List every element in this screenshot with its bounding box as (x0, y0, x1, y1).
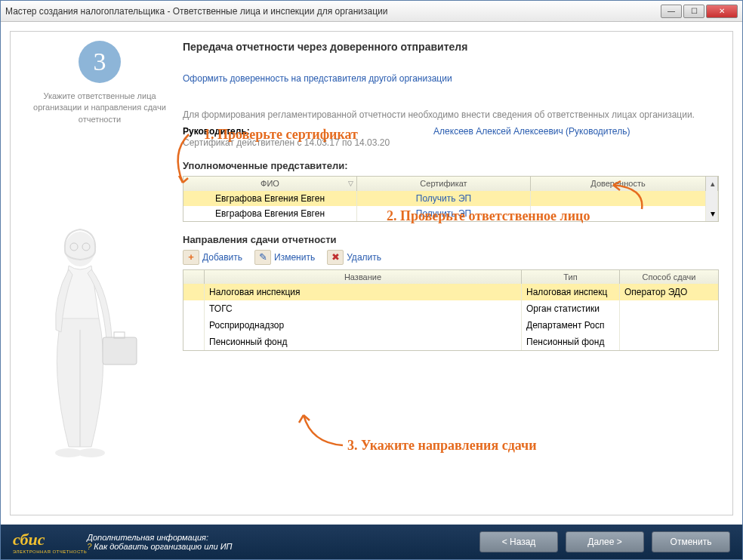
dir-col-name[interactable]: Название (205, 270, 522, 284)
minimize-button[interactable]: — (661, 5, 682, 18)
delete-icon: ✖ (327, 250, 344, 265)
assistant-illustration (27, 220, 148, 462)
reps-cell-proxy (531, 191, 706, 206)
page-title: Передача отчетности через доверенного от… (183, 41, 719, 53)
info-text: Для формирования регламентированной отче… (183, 109, 719, 122)
proxy-link[interactable]: Оформить доверенность на представителя д… (183, 73, 452, 84)
annotation-arrow-3 (296, 409, 349, 451)
scrollbar-up[interactable]: ▴ (706, 177, 718, 191)
scrollbar-down[interactable]: ▾ (706, 206, 718, 221)
reps-col-proxy[interactable]: Доверенность (531, 177, 706, 191)
step-number-badge: 3 (79, 41, 121, 83)
logo: сбис ЭЛЕКТРОННАЯ ОТЧЕТНОСТЬ (13, 530, 87, 554)
annotation-1: 1. Проверьте сертификат (204, 127, 358, 143)
dir-row[interactable]: Налоговая инспекцияНалоговая инспекцОпер… (183, 284, 718, 300)
window-titlebar: Мастер создания налогоплательщика - Отве… (1, 1, 742, 22)
svg-point-6 (78, 448, 105, 457)
director-link[interactable]: Алексеев Алексей Алексеевич (Руководител… (433, 126, 630, 137)
wizard-footer: сбис ЭЛЕКТРОННАЯ ОТЧЕТНОСТЬ Дополнительн… (1, 525, 742, 559)
reps-col-fio[interactable]: ФИО▽ (183, 177, 357, 191)
reps-title: Уполномоченные представители: (183, 160, 719, 171)
logo-subtitle: ЭЛЕКТРОННАЯ ОТЧЕТНОСТЬ (13, 549, 87, 554)
dir-row[interactable]: Пенсионный фондПенсионный фонд (183, 334, 718, 350)
dir-row[interactable]: ТОГСОрган статистики (183, 300, 718, 317)
footer-info-title: Дополнительная информация: (87, 533, 472, 542)
logo-text: сбис (13, 530, 45, 549)
edit-icon: ✎ (254, 250, 271, 265)
cancel-button[interactable]: Отменить (652, 531, 730, 552)
footer-help-link[interactable]: Как добавить организацию или ИП (94, 542, 232, 551)
annotation-3: 3. Укажите направления сдачи (347, 438, 537, 454)
maximize-button[interactable]: ☐ (683, 5, 704, 18)
directions-title: Направления сдачи отчетности (183, 234, 719, 245)
directions-head: Название Тип Способ сдачи (183, 270, 718, 284)
window-title: Мастер создания налогоплательщика - Отве… (5, 6, 661, 17)
step-description: Укажите ответственные лица организации и… (24, 91, 175, 125)
wizard-sidebar: 3 Укажите ответственные лица организации… (24, 41, 175, 125)
annotation-2: 2. Проверьте ответственное лицо (387, 208, 590, 224)
dir-col-type[interactable]: Тип (522, 270, 620, 284)
reps-table-head: ФИО▽ Сертификат Доверенность ▴ (183, 177, 718, 191)
reps-row[interactable]: Евграфова Евгения Евген Получить ЭП (183, 191, 718, 206)
edit-button[interactable]: ✎Изменить (254, 250, 315, 265)
next-button[interactable]: Далее > (566, 531, 644, 552)
get-cert-link[interactable]: Получить ЭП (416, 193, 471, 204)
add-icon: + (183, 250, 199, 265)
directions-toolbar: +Добавить ✎Изменить ✖Удалить (183, 250, 719, 265)
delete-button[interactable]: ✖Удалить (327, 250, 381, 265)
wizard-content: 3 Укажите ответственные лица организации… (10, 31, 733, 515)
back-button[interactable]: < Назад (479, 531, 558, 552)
edit-label: Изменить (274, 252, 315, 263)
question-icon: ? (87, 542, 91, 551)
svg-point-0 (65, 232, 95, 266)
svg-rect-3 (103, 337, 137, 365)
reps-col-cert[interactable]: Сертификат (357, 177, 531, 191)
reps-cell-fio: Евграфова Евгения Евген (183, 191, 357, 206)
footer-info: Дополнительная информация: ?Как добавить… (87, 533, 472, 551)
dir-col-method[interactable]: Способ сдачи (620, 270, 718, 284)
add-label: Добавить (202, 252, 242, 263)
add-button[interactable]: +Добавить (183, 250, 242, 265)
close-button[interactable]: ✕ (706, 5, 738, 18)
reps-cell-fio: Евграфова Евгения Евген (183, 206, 357, 221)
directions-table: Название Тип Способ сдачи Налоговая инсп… (183, 269, 719, 351)
dir-row[interactable]: РосприроднадзорДепартамент Росп (183, 317, 718, 334)
delete-label: Удалить (347, 252, 381, 263)
